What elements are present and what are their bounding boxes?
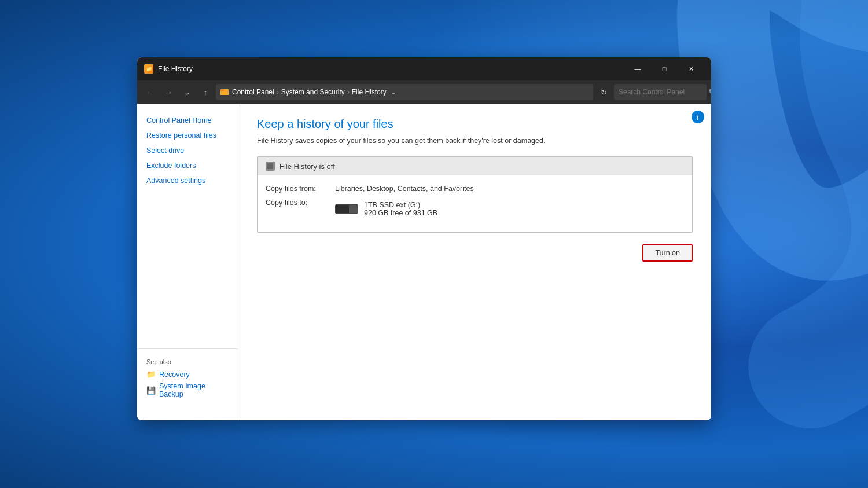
status-text: File History is off [279, 162, 335, 171]
sidebar-system-image-backup-link[interactable]: 💾 System Image Backup [146, 382, 229, 398]
sidebar: Control Panel Home Restore personal file… [137, 104, 238, 420]
search-input[interactable] [619, 88, 705, 96]
copy-from-label: Copy files from: [266, 185, 335, 193]
search-box[interactable]: 🔍 [614, 84, 707, 100]
status-icon [266, 162, 275, 171]
breadcrumb-system-security: System and Security [281, 88, 345, 96]
address-bar: ← → ⌄ ↑ Control Panel › System and Secur… [137, 80, 711, 104]
search-icon: 🔍 [709, 88, 711, 96]
turn-on-button[interactable]: Turn on [642, 244, 693, 262]
drive-free: 920 GB free of 931 GB [364, 209, 437, 217]
maximize-button[interactable]: □ [651, 57, 678, 80]
sidebar-recovery-link[interactable]: 📁 Recovery [146, 370, 229, 379]
copy-to-row: Copy files to: 1TB SSD ext (G:) 920 GB f… [266, 199, 684, 217]
see-also-label: See also [146, 358, 229, 365]
copy-from-row: Copy files from: Libraries, Desktop, Con… [266, 185, 684, 193]
content-area: Control Panel Home Restore personal file… [137, 104, 711, 420]
sidebar-bottom: See also 📁 Recovery 💾 System Image Backu… [137, 348, 238, 411]
breadcrumb-control-panel: Control Panel [232, 88, 274, 96]
status-panel-body: Copy files from: Libraries, Desktop, Con… [258, 175, 692, 232]
sidebar-item-advanced-settings[interactable]: Advanced settings [137, 173, 238, 188]
refresh-button[interactable]: ↻ [595, 84, 612, 100]
address-dropdown-button[interactable]: ⌄ [387, 84, 400, 100]
address-box[interactable]: Control Panel › System and Security › Fi… [216, 84, 593, 100]
sidebar-item-restore-personal-files[interactable]: Restore personal files [137, 128, 238, 143]
back-button[interactable]: ← [142, 84, 158, 100]
copy-to-label: Copy files to: [266, 199, 335, 207]
sidebar-item-select-drive[interactable]: Select drive [137, 143, 238, 158]
window-title: File History [158, 65, 624, 73]
minimize-button[interactable]: — [624, 57, 651, 80]
page-subtitle: File History saves copies of your files … [257, 137, 693, 145]
breadcrumb-file-history: File History [352, 88, 387, 96]
copy-from-value: Libraries, Desktop, Contacts, and Favori… [335, 185, 474, 193]
drive-details: 1TB SSD ext (G:) 920 GB free of 931 GB [364, 201, 437, 217]
drive-icon [335, 204, 358, 214]
drive-name: 1TB SSD ext (G:) [364, 201, 437, 209]
dropdown-history-button[interactable]: ⌄ [179, 84, 195, 100]
up-button[interactable]: ↑ [197, 84, 214, 100]
drive-info: 1TB SSD ext (G:) 920 GB free of 931 GB [335, 201, 437, 217]
file-history-window: 📁 File History — □ ✕ ← → ⌄ ↑ Control Pan… [137, 57, 711, 420]
window-icon: 📁 [144, 64, 153, 74]
title-bar: 📁 File History — □ ✕ [137, 57, 711, 80]
status-panel-header: File History is off [258, 157, 692, 175]
sidebar-item-exclude-folders[interactable]: Exclude folders [137, 158, 238, 173]
system-icon: 💾 [146, 386, 156, 395]
close-button[interactable]: ✕ [678, 57, 704, 80]
sidebar-item-control-panel-home[interactable]: Control Panel Home [137, 113, 238, 128]
folder-icon [220, 87, 229, 96]
forward-button[interactable]: → [160, 84, 176, 100]
status-panel: File History is off Copy files from: Lib… [257, 156, 693, 233]
window-controls: — □ ✕ [624, 57, 704, 80]
info-button[interactable]: i [692, 111, 704, 123]
recovery-icon: 📁 [146, 370, 156, 379]
svg-rect-3 [267, 163, 273, 169]
svg-rect-2 [220, 89, 224, 91]
turn-on-container: Turn on [257, 244, 693, 262]
main-content: i Keep a history of your files File Hist… [238, 104, 711, 420]
page-title: Keep a history of your files [257, 118, 693, 131]
